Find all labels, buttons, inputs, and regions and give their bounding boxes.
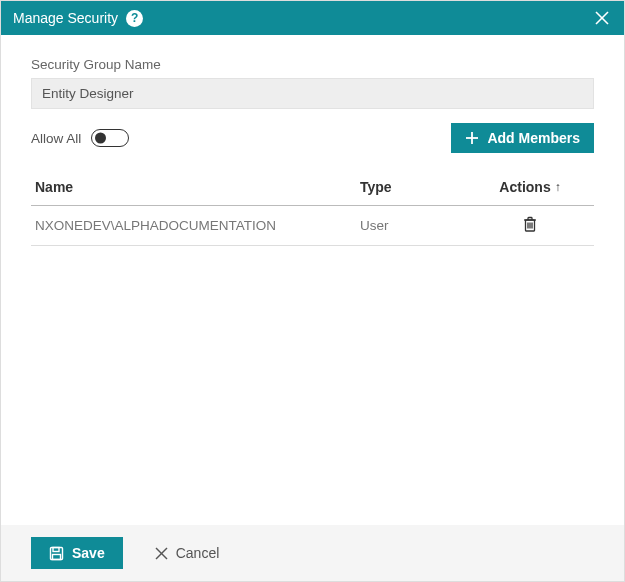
cancel-label: Cancel (176, 545, 220, 561)
svg-rect-11 (53, 554, 61, 559)
plus-icon (465, 131, 479, 145)
col-name[interactable]: Name (35, 179, 360, 195)
trash-icon (523, 216, 537, 232)
cancel-icon (155, 547, 168, 560)
group-name-input[interactable] (31, 78, 594, 109)
members-table: Name Type Actions ↑ NXONEDEV\ALPHADOCUME… (31, 169, 594, 246)
sort-ascending-icon: ↑ (555, 180, 561, 194)
table-row: NXONEDEV\ALPHADOCUMENTATION User (31, 206, 594, 246)
help-icon[interactable]: ? (126, 10, 143, 27)
add-members-label: Add Members (487, 130, 580, 146)
dialog-header: Manage Security ? (1, 1, 624, 35)
add-members-button[interactable]: Add Members (451, 123, 594, 153)
cell-actions (470, 216, 590, 235)
toggle-knob (95, 133, 106, 144)
save-button[interactable]: Save (31, 537, 123, 569)
allow-all-toggle[interactable] (91, 129, 129, 147)
allow-all-wrap: Allow All (31, 129, 129, 147)
save-label: Save (72, 545, 105, 561)
controls-row: Allow All Add Members (31, 123, 594, 153)
header-left: Manage Security ? (13, 10, 143, 27)
cancel-button[interactable]: Cancel (145, 537, 230, 569)
dialog-footer: Save Cancel (1, 525, 624, 581)
col-actions-label: Actions (499, 179, 550, 195)
table-header: Name Type Actions ↑ (31, 169, 594, 206)
group-name-label: Security Group Name (31, 57, 594, 72)
close-button[interactable] (592, 8, 612, 28)
cell-type: User (360, 218, 470, 233)
save-icon (49, 546, 64, 561)
dialog-title: Manage Security (13, 10, 118, 26)
col-actions[interactable]: Actions ↑ (470, 179, 590, 195)
allow-all-label: Allow All (31, 131, 81, 146)
dialog-body: Security Group Name Allow All Add Member… (1, 35, 624, 246)
cell-name: NXONEDEV\ALPHADOCUMENTATION (35, 218, 360, 233)
close-icon (595, 11, 609, 25)
col-type[interactable]: Type (360, 179, 470, 195)
svg-rect-10 (53, 547, 59, 551)
delete-row-button[interactable] (523, 216, 537, 235)
